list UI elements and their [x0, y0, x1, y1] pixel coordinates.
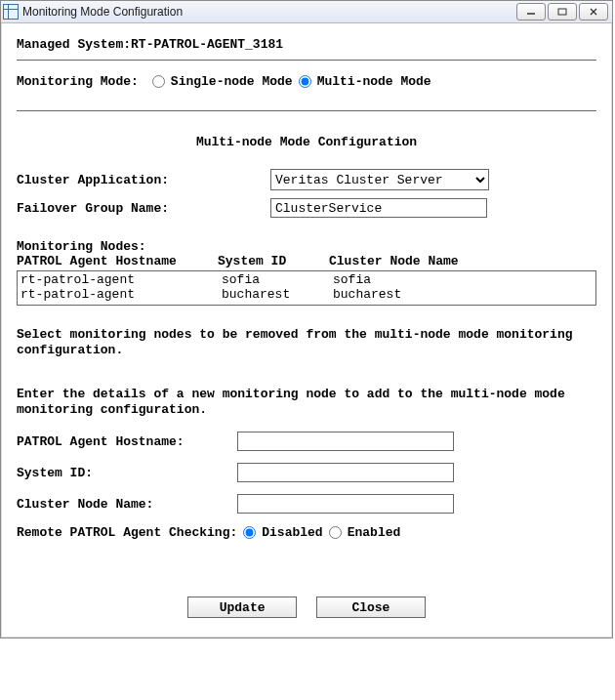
- cell-sysid: sofia: [222, 272, 333, 287]
- content-area: Managed System:RT-PATROL-AGENT_3181 Moni…: [1, 23, 612, 638]
- new-sysid-row: System ID:: [17, 463, 596, 482]
- new-host-input[interactable]: [237, 432, 454, 451]
- window-controls: [516, 3, 608, 21]
- remote-check-row: Remote PATROL Agent Checking: Disabled E…: [17, 525, 596, 540]
- update-button[interactable]: Update: [187, 597, 297, 618]
- single-node-label: Single-node Mode: [171, 74, 293, 89]
- help-remove-text: Select monitoring nodes to be removed fr…: [17, 327, 596, 359]
- button-row: Update Close: [17, 597, 596, 618]
- new-cluster-row: Cluster Node Name:: [17, 494, 596, 514]
- cell-cluster: sofia: [333, 272, 593, 287]
- maximize-icon: [557, 8, 567, 16]
- divider-1: [17, 60, 596, 61]
- table-row[interactable]: rt-patrol-agent sofia sofia: [18, 272, 595, 287]
- new-cluster-input[interactable]: [237, 494, 454, 514]
- table-row[interactable]: rt-patrol-agent bucharest bucharest: [18, 287, 595, 302]
- remote-disabled-radio[interactable]: [243, 526, 256, 539]
- failover-row: Failover Group Name:: [17, 198, 596, 218]
- app-icon: [3, 4, 19, 20]
- multi-node-radio[interactable]: [299, 75, 311, 88]
- remote-check-label: Remote PATROL Agent Checking:: [17, 525, 237, 540]
- titlebar: Monitoring Mode Configuration: [1, 1, 612, 23]
- maximize-button[interactable]: [548, 3, 577, 21]
- new-sysid-input[interactable]: [237, 463, 454, 482]
- monitoring-nodes-label: Monitoring Nodes:: [17, 239, 596, 254]
- remote-disabled-label: Disabled: [262, 525, 322, 540]
- cluster-app-select[interactable]: Veritas Cluster Server: [270, 169, 489, 190]
- window-title: Monitoring Mode Configuration: [22, 5, 183, 19]
- close-icon: [589, 8, 598, 16]
- managed-system-row: Managed System:RT-PATROL-AGENT_3181: [17, 37, 596, 52]
- managed-system-label: Managed System:: [17, 37, 131, 52]
- monitoring-mode-label: Monitoring Mode:: [17, 74, 139, 89]
- remote-enabled-radio[interactable]: [329, 526, 342, 539]
- new-host-row: PATROL Agent Hostname:: [17, 432, 596, 451]
- cell-host: rt-patrol-agent: [20, 272, 222, 287]
- cell-host: rt-patrol-agent: [20, 287, 222, 302]
- col-host-header: PATROL Agent Hostname: [17, 254, 218, 268]
- minimize-button[interactable]: [516, 3, 546, 21]
- failover-label: Failover Group Name:: [17, 201, 270, 216]
- new-cluster-label: Cluster Node Name:: [17, 497, 237, 512]
- close-button[interactable]: [579, 3, 608, 21]
- window-frame: Monitoring Mode Configuration Managed Sy…: [0, 0, 613, 638]
- managed-system-value: RT-PATROL-AGENT_3181: [131, 37, 283, 52]
- table-header: PATROL Agent Hostname System ID Cluster …: [17, 254, 596, 268]
- cluster-app-row: Cluster Application: Veritas Cluster Ser…: [17, 169, 596, 190]
- monitoring-mode-row: Monitoring Mode: Single-node Mode Multi-…: [17, 74, 596, 89]
- failover-input[interactable]: [270, 198, 487, 218]
- svg-rect-1: [558, 9, 566, 15]
- multi-node-label: Multi-node Mode: [317, 74, 431, 89]
- cell-cluster: bucharest: [333, 287, 593, 302]
- minimize-icon: [526, 8, 536, 16]
- cell-sysid: bucharest: [222, 287, 333, 302]
- new-sysid-label: System ID:: [17, 466, 237, 480]
- new-host-label: PATROL Agent Hostname:: [17, 434, 237, 449]
- cluster-app-label: Cluster Application:: [17, 173, 270, 187]
- remote-enabled-label: Enabled: [348, 525, 401, 540]
- close-dialog-button[interactable]: Close: [316, 597, 426, 618]
- section-title: Multi-node Mode Configuration: [17, 135, 596, 149]
- col-sysid-header: System ID: [218, 254, 329, 268]
- single-node-radio[interactable]: [152, 75, 165, 88]
- divider-2: [17, 110, 596, 111]
- col-cluster-header: Cluster Node Name: [329, 254, 596, 268]
- nodes-table[interactable]: rt-patrol-agent sofia sofia rt-patrol-ag…: [17, 270, 596, 306]
- help-add-text: Enter the details of a new monitoring no…: [17, 387, 596, 419]
